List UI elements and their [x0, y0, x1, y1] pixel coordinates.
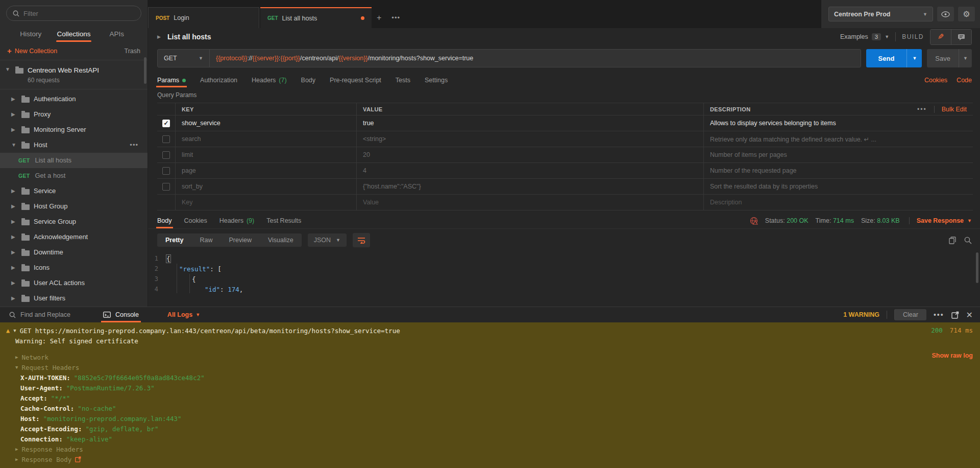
edit-request-button[interactable]: ✎ — [930, 30, 951, 44]
view-raw[interactable]: Raw — [191, 233, 220, 247]
tab-settings[interactable]: Settings — [425, 73, 448, 87]
gear-icon: ⚙ — [963, 9, 970, 19]
sidebar-item-host-group[interactable]: ▶Host Group — [0, 199, 148, 214]
sidebar-item-list-all-hosts[interactable]: GETList all hosts — [0, 153, 148, 168]
row-checkbox[interactable] — [162, 135, 170, 143]
chevron-down-icon[interactable]: ▼ — [13, 328, 16, 333]
tab-authorization[interactable]: Authorization — [200, 73, 237, 87]
find-and-replace-button[interactable]: Find and Replace — [7, 307, 72, 322]
tab-apis[interactable]: APIs — [95, 28, 138, 42]
tab-body[interactable]: Body — [301, 73, 316, 87]
examples-dropdown[interactable]: Examples 3 ▼ — [840, 33, 889, 40]
row-checkbox[interactable] — [162, 151, 170, 159]
sidebar-item-host[interactable]: ▼Host••• — [0, 137, 148, 153]
sidebar-item-acknowledgement[interactable]: ▶Acknowledgement — [0, 229, 148, 245]
tab-test-results[interactable]: Test Results — [266, 213, 301, 228]
search-icon — [9, 312, 16, 318]
tab-response-body[interactable]: Body — [157, 213, 172, 228]
filter-input[interactable] — [23, 10, 135, 17]
tab-response-cookies[interactable]: Cookies — [184, 213, 207, 228]
open-in-new-icon[interactable] — [75, 456, 81, 462]
request-tab-list-all-hosts[interactable]: GET List all hosts — [260, 7, 372, 28]
console-request-line[interactable]: ▲ ▼ GET https://monitoring-preprod.compa… — [6, 325, 980, 336]
cookies-link[interactable]: Cookies — [924, 77, 947, 84]
response-scrollbar[interactable] — [976, 252, 978, 283]
console-section-response-headers[interactable]: ▶Response Headers — [6, 444, 980, 454]
view-preview[interactable]: Preview — [220, 233, 259, 247]
wrap-lines-button[interactable] — [353, 233, 370, 247]
tab-options-button[interactable]: ••• — [386, 7, 405, 28]
warning-icon: ▲ — [6, 327, 10, 334]
tab-headers[interactable]: Headers(7) — [252, 73, 287, 87]
chevron-right-icon[interactable]: ▶ — [157, 34, 163, 39]
sidebar-filter[interactable] — [6, 6, 141, 21]
sidebar-item-user-filters[interactable]: ▶User filters — [0, 291, 148, 306]
tab-collections[interactable]: Collections — [52, 28, 95, 42]
save-button[interactable]: Save — [927, 49, 959, 67]
tab-pre-request-script[interactable]: Pre-request Script — [330, 73, 381, 87]
method-selector[interactable]: GET ▼ — [158, 50, 210, 67]
collection-root[interactable]: ▼ Centreon Web RestAPI 60 requests — [0, 60, 148, 89]
code-link[interactable]: Code — [957, 77, 972, 84]
url-input[interactable]: {{protocol}}://{{server}}:{{port}}/centr… — [210, 50, 861, 67]
console-options-icon[interactable]: ••• — [934, 311, 944, 319]
copy-icon[interactable] — [949, 237, 956, 244]
send-button[interactable]: Send — [866, 49, 907, 67]
sidebar-item-service[interactable]: ▶Service — [0, 183, 148, 199]
save-button-group: Save ▼ — [927, 49, 972, 67]
tab-tests[interactable]: Tests — [396, 73, 410, 87]
console-request-metrics: 200 714 ms — [931, 326, 973, 334]
sidebar-item-icons[interactable]: ▶Icons — [0, 260, 148, 275]
folder-icon — [21, 189, 30, 195]
response-body-viewer[interactable]: 1{ 2"result": [ 3{ 4"id": 174, — [148, 250, 980, 307]
clear-console-button[interactable]: Clear — [894, 309, 926, 320]
tab-params[interactable]: Params — [157, 73, 186, 87]
sidebar-item-service-group[interactable]: ▶Service Group — [0, 214, 148, 229]
save-response-button[interactable]: Save Response▼ — [909, 217, 972, 224]
comments-button[interactable] — [951, 30, 971, 44]
new-collection-button[interactable]: +New Collection — [7, 46, 57, 55]
console-log[interactable]: ▲ ▼ GET https://monitoring-preprod.compa… — [0, 322, 980, 468]
open-in-new-icon[interactable] — [951, 311, 959, 319]
show-raw-log-link[interactable]: Show raw log — [932, 352, 973, 359]
view-visualize[interactable]: Visualize — [260, 233, 302, 247]
chevron-down-icon: ▼ — [11, 142, 17, 148]
environment-selector[interactable]: Centreon Pre Prod ▼ — [828, 7, 933, 21]
row-checkbox[interactable] — [162, 167, 170, 175]
send-options-button[interactable]: ▼ — [906, 49, 922, 67]
tab-response-headers[interactable]: Headers(9) — [219, 213, 255, 228]
sidebar-item-downtime[interactable]: ▶Downtime — [0, 245, 148, 260]
sidebar-scrollbar[interactable] — [144, 57, 146, 84]
close-icon[interactable]: ✕ — [966, 310, 973, 320]
sidebar-item-user-acl-actions[interactable]: ▶User ACL actions — [0, 275, 148, 291]
console-header-line: Cache-Control:"no-cache" — [6, 403, 980, 413]
save-options-button[interactable]: ▼ — [959, 49, 972, 67]
console-time: 714 ms — [950, 326, 973, 334]
sidebar-item-monitoring-server[interactable]: ▶Monitoring Server — [0, 122, 148, 137]
environment-quick-look-button[interactable] — [937, 7, 954, 21]
network-warning-icon[interactable] — [750, 217, 758, 225]
new-tab-button[interactable]: + — [372, 7, 386, 28]
sidebar-item-proxy[interactable]: ▶Proxy — [0, 107, 148, 122]
search-response-icon[interactable] — [964, 237, 972, 244]
request-tab-login[interactable]: POST Login — [148, 7, 259, 28]
log-filter-dropdown[interactable]: All Logs ▼ — [165, 307, 202, 322]
console-section-response-body[interactable]: ▶Response Body — [6, 454, 980, 464]
row-checkbox[interactable]: ✓ — [162, 120, 170, 127]
row-checkbox[interactable] — [162, 183, 170, 191]
format-selector[interactable]: JSON ▼ — [308, 233, 347, 247]
console-tab[interactable]: Console — [101, 307, 141, 322]
settings-button[interactable]: ⚙ — [958, 7, 975, 21]
item-options-icon[interactable]: ••• — [130, 141, 138, 149]
chevron-down-icon[interactable]: ▼ — [5, 66, 11, 72]
view-pretty[interactable]: Pretty — [157, 233, 191, 247]
sidebar-item-get-a-host[interactable]: GETGet a host — [0, 168, 148, 183]
bulk-edit-link[interactable]: Bulk Edit — [934, 106, 967, 113]
examples-count-badge: 3 — [872, 33, 881, 40]
table-options-icon[interactable]: ••• — [917, 106, 927, 113]
trash-button[interactable]: Trash — [125, 48, 141, 55]
console-section-request-headers[interactable]: ▼Request Headers — [6, 362, 980, 372]
console-section-network[interactable]: ▶Network — [6, 352, 980, 362]
sidebar-item-authentication[interactable]: ▶Authentication — [0, 91, 148, 107]
tab-history[interactable]: History — [9, 28, 52, 42]
